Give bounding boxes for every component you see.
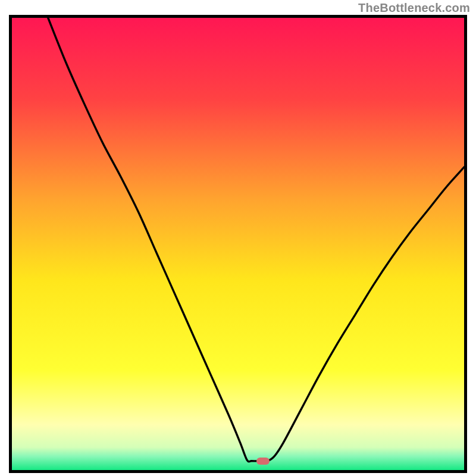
- bottleneck-curve: [12, 18, 464, 470]
- watermark-text: TheBottleneck.com: [358, 1, 470, 15]
- optimal-marker: [256, 458, 270, 465]
- plot-area: [9, 15, 467, 473]
- chart-container: TheBottleneck.com: [0, 0, 476, 476]
